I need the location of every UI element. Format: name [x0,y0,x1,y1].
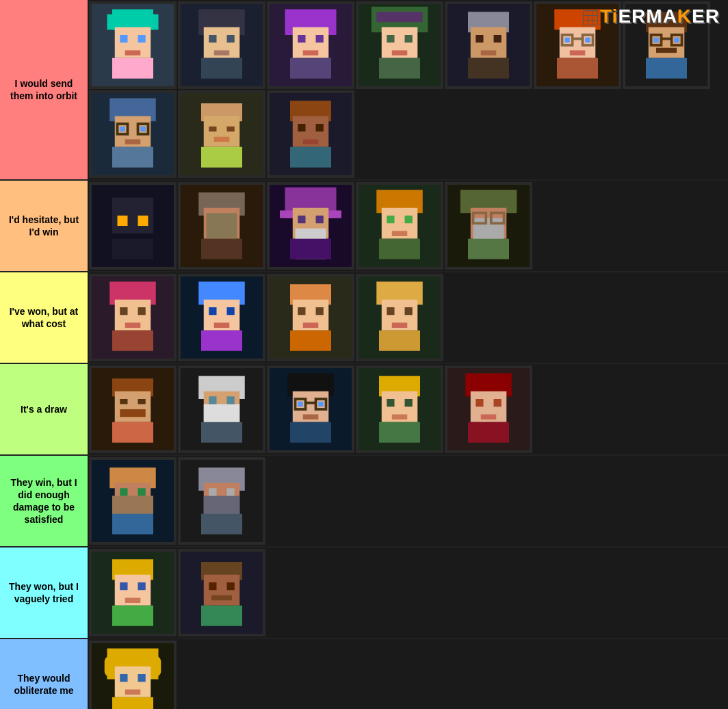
char-alex[interactable] [356,365,443,453]
svg-rect-210 [151,656,161,677]
char-shane[interactable] [178,90,265,178]
char-sam[interactable] [89,90,177,178]
char-demetrius[interactable] [178,549,265,636]
char-abigail[interactable] [267,1,354,89]
tier-content-a [88,181,728,271]
tier-label-f: They would obliterate me [0,639,88,709]
char-unknown1[interactable] [445,1,532,89]
tier-row-d: They win, but I did enough damage to be … [0,456,728,547]
svg-rect-12 [227,35,235,42]
char-obliterate[interactable] [89,641,177,709]
svg-rect-36 [468,58,509,79]
svg-rect-138 [405,307,413,315]
svg-rect-162 [318,402,324,407]
svg-rect-112 [468,239,509,259]
svg-rect-43 [564,38,570,43]
svg-rect-64 [125,140,141,145]
char-sebastian[interactable] [178,1,265,89]
svg-rect-164 [290,422,331,443]
svg-rect-147 [112,422,153,443]
char-maru[interactable] [267,90,354,178]
svg-rect-70 [227,127,235,132]
svg-rect-24 [376,12,423,22]
char-leah[interactable] [356,182,443,270]
svg-rect-14 [201,58,242,79]
char-penny[interactable] [356,1,443,89]
tier-row-f: They would obliterate me [0,639,728,709]
char-robin[interactable] [89,274,177,361]
char-sandy[interactable] [445,365,532,453]
char-linus[interactable] [445,182,532,270]
svg-rect-214 [125,690,141,695]
svg-rect-161 [298,402,303,407]
svg-rect-184 [138,488,146,495]
char-clint[interactable] [178,182,265,270]
svg-rect-145 [120,399,127,404]
svg-rect-125 [214,323,230,328]
tier-label-e: They won, but I vaguely tried [0,547,88,638]
svg-rect-183 [120,488,127,495]
tier-label-b: I've won, but at what cost [0,272,88,363]
tier-row-c: It's a draw [0,364,728,456]
svg-rect-178 [468,422,509,443]
char-haley[interactable] [89,1,177,89]
svg-rect-197 [138,582,146,590]
svg-rect-209 [105,656,115,677]
char-elliott[interactable] [267,365,354,453]
char-willy[interactable] [89,457,177,545]
svg-rect-177 [481,415,497,420]
svg-rect-137 [387,307,394,315]
tier-table: I would send them into orbit [0,0,728,709]
svg-rect-89 [207,226,237,239]
char-marlon[interactable] [178,457,265,545]
svg-rect-160 [306,402,316,404]
svg-rect-198 [125,598,141,604]
tier-content-e [88,547,728,638]
char-george[interactable] [178,365,265,453]
char-gus[interactable] [89,365,177,453]
svg-rect-44 [585,38,590,43]
svg-rect-118 [125,323,141,328]
svg-rect-55 [656,48,677,53]
char-emily[interactable] [178,274,265,361]
svg-rect-123 [209,307,216,315]
svg-rect-143 [115,391,151,422]
svg-rect-71 [214,137,230,142]
svg-rect-140 [379,331,420,351]
svg-rect-117 [138,307,146,315]
tier-row-e: They won, but I vaguely tried [0,547,728,639]
svg-rect-84 [112,239,153,259]
svg-rect-175 [476,399,483,407]
char-caroline[interactable] [356,274,443,361]
tier-label-a: I'd hesitate, but I'd win [0,181,88,271]
svg-rect-104 [392,231,408,237]
svg-rect-96 [298,216,305,223]
char-rasmodius[interactable] [267,182,354,270]
svg-rect-133 [290,331,331,351]
svg-rect-196 [120,582,127,590]
tier-content-d [88,456,728,546]
svg-rect-144 [120,409,146,417]
svg-rect-153 [227,396,235,404]
tier-label-c: It's a draw [0,364,88,454]
svg-rect-26 [387,35,394,42]
svg-rect-103 [405,216,413,223]
svg-rect-102 [387,216,394,223]
tier-label-s: I would send them into orbit [0,0,88,179]
svg-rect-171 [379,422,420,443]
char-sam2[interactable] [89,549,177,636]
svg-rect-56 [646,58,687,79]
svg-rect-46 [557,58,598,79]
char-evelyn[interactable] [267,274,354,361]
svg-rect-205 [211,595,232,601]
svg-rect-28 [392,51,408,56]
tier-content-b [88,272,728,363]
svg-rect-27 [405,35,413,42]
svg-rect-131 [316,307,324,315]
svg-rect-34 [494,35,502,42]
svg-rect-69 [209,127,216,132]
svg-rect-213 [138,674,146,682]
tiermaker-watermark: TiERMAKER [583,5,720,27]
svg-rect-105 [379,239,420,259]
char-krobus[interactable] [89,182,177,270]
